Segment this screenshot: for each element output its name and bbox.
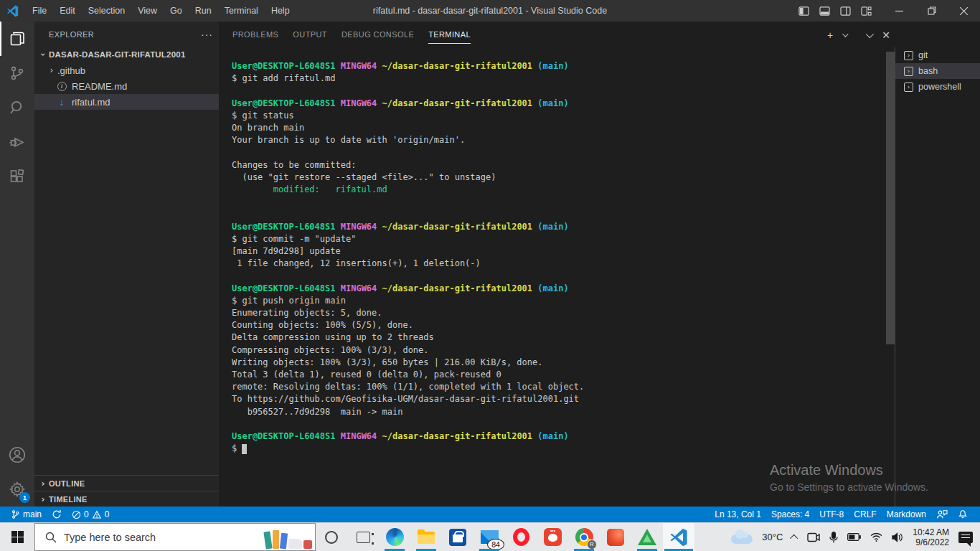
tab-terminal[interactable]: TERMINAL: [428, 25, 471, 44]
terminal-dropdown-icon[interactable]: [841, 29, 848, 42]
chrome-profile-badge: R: [587, 540, 597, 550]
taskbar-app-gom[interactable]: [537, 523, 568, 551]
accounts-icon[interactable]: [0, 438, 34, 472]
settings-badge: 1: [19, 492, 30, 503]
taskbar-search-box[interactable]: Type here to search: [34, 523, 316, 551]
feedback-button[interactable]: [931, 507, 953, 522]
taskbar-app-chrome[interactable]: R: [568, 523, 600, 551]
toggle-secondary-sidebar-icon[interactable]: [840, 6, 851, 16]
terminal-instance-git[interactable]: › git: [895, 47, 980, 63]
taskbar-app-vscode[interactable]: [663, 523, 694, 551]
problems-indicator[interactable]: 0 0: [67, 507, 114, 522]
tab-output[interactable]: OUTPUT: [293, 25, 327, 44]
explorer-more-actions[interactable]: ···: [201, 29, 213, 40]
sync-changes-button[interactable]: [47, 507, 67, 522]
terminal-instance-powershell[interactable]: › powershell: [895, 79, 980, 95]
chevron-right-icon: ›: [37, 479, 49, 489]
task-view-icon: [357, 532, 370, 543]
menu-terminal[interactable]: Terminal: [218, 0, 265, 22]
terminal-instance-bash[interactable]: › bash: [895, 63, 980, 79]
explorer-sidebar: EXPLORER ··· › DASAR-DASAR-GIT-RIFATUL20…: [34, 22, 219, 507]
maximize-panel-icon[interactable]: [862, 29, 875, 42]
speaker-icon[interactable]: [892, 532, 903, 542]
terminal-line: Changes to be committed:: [232, 159, 880, 171]
weather-cloud-icon[interactable]: [731, 530, 753, 544]
terminal-line: [232, 208, 880, 220]
taskbar-app-store[interactable]: [442, 523, 473, 551]
taskbar-app-opera[interactable]: [505, 523, 537, 551]
task-view-button[interactable]: [347, 523, 379, 551]
menu-help[interactable]: Help: [265, 0, 296, 22]
branch-indicator[interactable]: main: [6, 507, 47, 522]
taskbar-app-file-explorer[interactable]: [410, 523, 442, 551]
encoding-setting[interactable]: UTF-8: [814, 507, 849, 522]
menu-run[interactable]: Run: [189, 0, 218, 22]
menu-selection[interactable]: Selection: [82, 0, 131, 22]
taskbar-app-mail[interactable]: 84: [473, 523, 505, 551]
close-window-button[interactable]: [948, 0, 980, 22]
terminal-line: Delta compression using up to 2 threads: [232, 331, 880, 344]
clock-time: 10:42 AM: [913, 527, 949, 537]
workspace-root-folder[interactable]: › DASAR-DASAR-GIT-RIFATUL2001: [34, 47, 219, 62]
cortana-button[interactable]: [316, 523, 347, 551]
error-icon: [72, 510, 81, 519]
run-debug-icon[interactable]: [0, 125, 34, 159]
menu-file[interactable]: File: [26, 0, 53, 22]
start-button[interactable]: [0, 523, 34, 551]
taskbar-app-office[interactable]: [600, 523, 631, 551]
taskbar-app-edge[interactable]: [379, 523, 410, 551]
terminal-output[interactable]: User@DESKTOP-L6048S1 MINGW64 ~/dasar-das…: [232, 60, 880, 456]
terminal-line: Compressing objects: 100% (3/3), done.: [232, 344, 880, 357]
minimize-button[interactable]: [883, 0, 915, 22]
source-control-icon[interactable]: [0, 56, 34, 90]
menu-go[interactable]: Go: [164, 0, 189, 22]
explorer-icon[interactable]: [0, 22, 34, 56]
wifi-icon[interactable]: [870, 532, 882, 542]
terminal-line: (use "git restore --staged <file>..." to…: [232, 171, 880, 184]
terminal-line: User@DESKTOP-L6048S1 MINGW64 ~/dasar-das…: [232, 221, 880, 233]
vscode-icon: [669, 528, 688, 547]
terminal-line: To https://github.com/Geofisika-UGM/dasa…: [232, 393, 880, 405]
terminal-line: Your branch is up to date with 'origin/m…: [232, 134, 880, 146]
tree-item-readme[interactable]: i README.md: [34, 78, 219, 94]
meet-now-icon[interactable]: [807, 532, 820, 542]
customize-layout-icon[interactable]: [861, 6, 872, 16]
indentation-setting[interactable]: Spaces: 4: [766, 507, 814, 522]
notifications-button[interactable]: [953, 507, 973, 522]
tab-problems[interactable]: PROBLEMS: [232, 25, 278, 44]
toggle-panel-icon[interactable]: [819, 6, 830, 16]
terminal-scrollbar[interactable]: [886, 52, 895, 344]
close-panel-icon[interactable]: ✕: [880, 29, 892, 42]
microphone-icon[interactable]: [829, 532, 838, 543]
tree-item-rifatul[interactable]: ↓ rifatul.md: [34, 94, 219, 110]
toggle-sidebar-icon[interactable]: [798, 6, 809, 16]
taskbar-app-idm[interactable]: [631, 523, 663, 551]
outline-section[interactable]: › OUTLINE: [34, 475, 219, 491]
terminal-line: [232, 270, 880, 282]
battery-icon[interactable]: [847, 533, 861, 541]
settings-gear-icon[interactable]: 1: [0, 472, 34, 507]
weather-temperature[interactable]: 30°C: [762, 532, 783, 542]
gom-player-icon: [544, 528, 562, 546]
menu-view[interactable]: View: [131, 0, 164, 22]
bell-icon: [958, 509, 968, 519]
extensions-icon[interactable]: [0, 159, 34, 194]
menu-edit[interactable]: Edit: [53, 0, 82, 22]
eol-setting[interactable]: CRLF: [849, 507, 881, 522]
restore-button[interactable]: [915, 0, 948, 22]
window-title: rifatul.md - dasar-dasar-git-rifatul2001…: [373, 6, 607, 16]
tree-item-github[interactable]: › .github: [34, 62, 219, 78]
cursor-position[interactable]: Ln 13, Col 1: [710, 507, 766, 522]
file-explorer-icon: [417, 528, 435, 547]
language-mode[interactable]: Markdown: [882, 507, 931, 522]
taskbar-clock[interactable]: 10:42 AM 9/6/2022: [913, 527, 949, 547]
tray-expand-icon[interactable]: [792, 534, 798, 540]
new-terminal-icon[interactable]: +: [824, 29, 837, 42]
terminal-line: [main 7d9d298] update: [232, 245, 880, 258]
terminal-line: User@DESKTOP-L6048S1 MINGW64 ~/dasar-das…: [232, 283, 880, 295]
terminal-line: $ git status: [232, 110, 880, 122]
timeline-section[interactable]: › TIMELINE: [34, 491, 219, 507]
tab-debug-console[interactable]: DEBUG CONSOLE: [341, 25, 414, 44]
search-icon[interactable]: [0, 90, 34, 125]
action-center-icon[interactable]: [958, 532, 973, 543]
